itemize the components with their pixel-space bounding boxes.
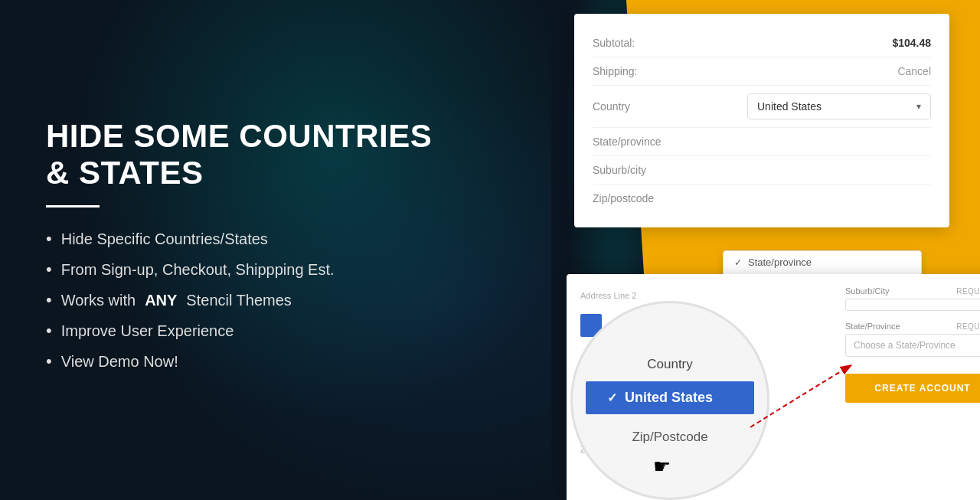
bullet-item-4: Improve User Experience bbox=[46, 321, 505, 341]
checkout-card: Subtotal: $104.48 Shipping: Cancel Count… bbox=[574, 14, 949, 227]
address-line2-hint: Address Line 2 bbox=[580, 291, 636, 300]
suburb-city-label-row: Suburb/City REQUIRED bbox=[845, 286, 980, 296]
right-panel: Subtotal: $104.48 Shipping: Cancel Count… bbox=[551, 0, 980, 500]
magnifier-circle-wrapper: Country ✓ United States Zip/Postcode ☛ bbox=[570, 301, 769, 500]
suburb-row: Suburb/city bbox=[593, 156, 931, 185]
bullet-item-3: Works with ANY Stencil Themes bbox=[46, 290, 505, 310]
bullet-text-before: Works with bbox=[61, 292, 136, 309]
shipping-label: Shipping: bbox=[593, 65, 637, 77]
cancel-link[interactable]: Cancel bbox=[897, 65, 931, 77]
chevron-down-icon: ▾ bbox=[916, 101, 921, 112]
state-row: State/province State/province Alabama Ar… bbox=[593, 128, 931, 156]
magnifier-selected-country: United States bbox=[625, 390, 713, 406]
left-panel: HIDE SOME COUNTRIES & STATES Hide Specif… bbox=[0, 0, 551, 500]
right-form-panel: Suburb/City REQUIRED State/Province REQU… bbox=[835, 274, 980, 500]
magnifier-zip-label: Zip/Postcode bbox=[632, 430, 707, 445]
subtotal-row: Subtotal: $104.48 bbox=[593, 29, 931, 57]
hand-cursor-icon: ☛ bbox=[653, 455, 671, 479]
lower-form-card: Address Line 2 Zip/ Suburb/City REQUIRED bbox=[567, 274, 980, 500]
subtotal-label: Subtotal: bbox=[593, 37, 635, 49]
suburb-city-required: REQUIRED bbox=[956, 287, 980, 296]
bullet-list: Hide Specific Countries/States From Sign… bbox=[46, 229, 505, 382]
country-label: Country bbox=[593, 100, 630, 113]
main-title: HIDE SOME COUNTRIES & STATES bbox=[46, 118, 505, 192]
zip-label: Zip/postcode bbox=[593, 192, 654, 204]
bullet-text-after: Stencil Themes bbox=[186, 292, 291, 309]
title-divider bbox=[46, 205, 100, 208]
country-select[interactable]: United States ▾ bbox=[747, 93, 931, 119]
checkmark-icon: ✓ bbox=[607, 391, 617, 405]
shipping-row: Shipping: Cancel bbox=[593, 57, 931, 86]
dropdown-item-state-province[interactable]: State/province bbox=[724, 251, 921, 273]
bold-any: ANY bbox=[145, 292, 177, 309]
bullet-item-1: Hide Specific Countries/States bbox=[46, 229, 505, 249]
create-account-button[interactable]: CREATE ACCOUNT bbox=[845, 374, 980, 403]
bullet-item-5: View Demo Now! bbox=[46, 351, 505, 371]
state-label: State/province bbox=[593, 136, 662, 148]
subtotal-value: $104.48 bbox=[892, 37, 931, 49]
zip-row: Zip/postcode bbox=[593, 185, 931, 212]
suburb-label: Suburb/city bbox=[593, 164, 646, 176]
state-province-select[interactable]: Choose a State/Province ▾ bbox=[845, 334, 980, 357]
magnifier-selected-row: ✓ United States bbox=[586, 381, 754, 414]
suburb-city-input[interactable] bbox=[845, 299, 980, 311]
suburb-city-label: Suburb/City bbox=[845, 286, 889, 296]
country-row: Country United States ▾ bbox=[593, 86, 931, 128]
bullet-item-2: From Sign-up, Checkout, Shippping Est. bbox=[46, 260, 505, 279]
page-container: HIDE SOME COUNTRIES & STATES Hide Specif… bbox=[0, 0, 980, 500]
magnifier-country-label: Country bbox=[647, 357, 693, 372]
state-province-placeholder: Choose a State/Province bbox=[854, 340, 956, 351]
country-select-value: United States bbox=[757, 100, 822, 113]
suburb-city-field: Suburb/City REQUIRED bbox=[845, 286, 980, 311]
